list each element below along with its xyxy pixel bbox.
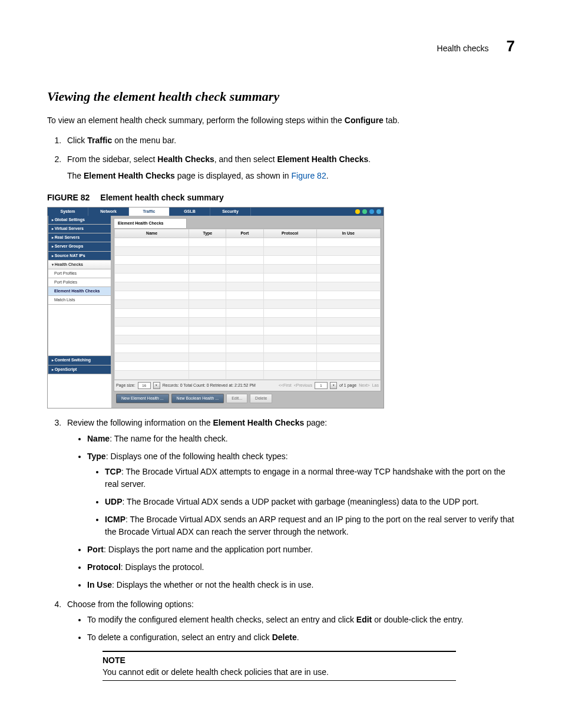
field-type-tcp: TCP: The Brocade Virtual ADX attempts to… xyxy=(105,466,515,490)
tab-network[interactable]: Network xyxy=(88,207,129,216)
option-delete: To delete a configuration, select an ent… xyxy=(87,631,515,643)
intro-paragraph: To view an element health check summary,… xyxy=(47,114,515,126)
new-boolean-health-button[interactable]: New Boolean Health ... xyxy=(171,394,224,403)
pager-page-dropdown[interactable]: ▾ xyxy=(330,382,337,389)
grid-body[interactable] xyxy=(115,238,381,380)
new-element-health-button[interactable]: New Element Health ... xyxy=(116,394,169,403)
table-row xyxy=(115,300,381,309)
table-row xyxy=(115,309,381,318)
pager-bar: Page size: 16 ▾ Records: 0 Total Count: … xyxy=(114,380,381,391)
step-4: Choose from the following options: To mo… xyxy=(64,598,515,681)
step-2: From the sidebar, select Health Checks, … xyxy=(64,153,515,182)
pager-first[interactable]: <<First xyxy=(279,383,292,388)
app-screenshot: System Network Traffic GSLB Security Glo… xyxy=(47,207,384,409)
pager-next[interactable]: Next> xyxy=(359,383,369,388)
figure-text: Element health check summary xyxy=(100,193,223,202)
field-in-use: In Use: Displays the whether or not the … xyxy=(87,579,515,591)
table-row xyxy=(115,265,381,274)
action-bar: New Element Health ... New Boolean Healt… xyxy=(114,391,381,406)
tab-security[interactable]: Security xyxy=(210,207,251,216)
sidebar-item-content-switching[interactable]: Content Switching xyxy=(48,356,111,365)
col-protocol[interactable]: Protocol xyxy=(263,229,316,238)
step-3: Review the following information on the … xyxy=(64,417,515,591)
field-port: Port: Displays the port name and the app… xyxy=(87,543,515,555)
sidebar-sub-match-lists[interactable]: Match Lists xyxy=(48,296,111,305)
intro-pre: To view an element health check summary,… xyxy=(47,116,345,125)
table-row xyxy=(115,291,381,300)
table-row xyxy=(115,318,381,327)
page-size-value[interactable]: 16 xyxy=(138,382,151,389)
field-type: Type: Displays one of the following heal… xyxy=(87,450,515,538)
content-area: Element Health Checks Name Type Port Pro… xyxy=(111,216,384,408)
sidebar-item-real-servers[interactable]: Real Servers xyxy=(48,233,111,242)
table-row xyxy=(115,327,381,335)
col-name[interactable]: Name xyxy=(115,229,189,238)
table-row xyxy=(115,282,381,291)
records-info: Records: 0 Total Count: 0 Retrieved at: … xyxy=(163,383,256,388)
field-type-udp: UDP: The Brocade Virtual ADX sends a UDP… xyxy=(105,496,515,508)
edit-button[interactable]: Edit... xyxy=(226,394,247,403)
step-1: Click Traffic on the menu bar. xyxy=(64,134,515,146)
sidebar: Global Settings Virtual Servers Real Ser… xyxy=(48,216,111,408)
table-row xyxy=(115,238,381,247)
intro-bold: Configure xyxy=(345,116,384,125)
steps-list-continued: Review the following information on the … xyxy=(64,417,515,681)
chapter-number: 7 xyxy=(507,35,515,58)
field-protocol: Protocol: Displays the protocol. xyxy=(87,561,515,573)
table-row xyxy=(115,362,381,371)
page-header: Health checks 7 xyxy=(47,35,515,58)
data-grid: Name Type Port Protocol In Use xyxy=(114,228,381,391)
alert-icon[interactable] xyxy=(355,209,360,214)
content-tab[interactable]: Element Health Checks xyxy=(114,218,187,228)
table-row xyxy=(115,353,381,362)
intro-post: tab. xyxy=(384,116,399,125)
sidebar-sub-port-policies[interactable]: Port Policies xyxy=(48,278,111,287)
field-name: Name: The name for the health check. xyxy=(87,433,515,444)
tab-traffic[interactable]: Traffic xyxy=(129,207,170,216)
col-type[interactable]: Type xyxy=(189,229,226,238)
top-menu-bar: System Network Traffic GSLB Security xyxy=(48,207,384,216)
table-row xyxy=(115,274,381,282)
sidebar-item-server-groups[interactable]: Server Groups xyxy=(48,242,111,251)
tab-gslb[interactable]: GSLB xyxy=(170,207,210,216)
page-size-dropdown[interactable]: ▾ xyxy=(153,382,160,389)
pager-page-num[interactable]: 1 xyxy=(315,382,328,389)
field-type-icmp: ICMP: The Brocade Virtual ADX sends an A… xyxy=(105,513,515,538)
col-port[interactable]: Port xyxy=(226,229,263,238)
sidebar-sub-port-profiles[interactable]: Port Profiles xyxy=(48,269,111,278)
table-row xyxy=(115,256,381,265)
refresh-icon[interactable] xyxy=(362,209,367,214)
page-size-label: Page size: xyxy=(116,383,135,388)
figure-link[interactable]: Figure 82 xyxy=(292,171,326,180)
sidebar-item-source-nat-ips[interactable]: Source NAT IPs xyxy=(48,252,111,261)
table-row xyxy=(115,335,381,344)
pager-last[interactable]: Las xyxy=(372,383,379,388)
figure-label: FIGURE 82 xyxy=(47,193,90,202)
steps-list: Click Traffic on the menu bar. From the … xyxy=(64,134,515,182)
sidebar-sub-element-health-checks[interactable]: Element Health Checks xyxy=(48,287,111,296)
figure-caption: FIGURE 82Element health check summary xyxy=(47,192,515,203)
pager-prev[interactable]: <Previous xyxy=(294,383,312,388)
note-title: NOTE xyxy=(103,654,515,666)
header-title: Health checks xyxy=(437,42,489,54)
col-in-use[interactable]: In Use xyxy=(316,229,380,238)
note-text: You cannot edit or delete health check p… xyxy=(103,666,515,678)
sidebar-item-virtual-servers[interactable]: Virtual Servers xyxy=(48,225,111,233)
table-row xyxy=(115,344,381,353)
sidebar-item-global-settings[interactable]: Global Settings xyxy=(48,216,111,225)
sidebar-item-health-checks[interactable]: Health Checks xyxy=(48,261,111,269)
delete-button[interactable]: Delete xyxy=(250,394,272,403)
help-icon[interactable] xyxy=(376,209,381,214)
section-title: Viewing the element health check summary xyxy=(47,87,515,106)
option-edit: To modify the configured element health … xyxy=(87,614,515,625)
table-row xyxy=(115,371,381,380)
sidebar-item-openscript[interactable]: OpenScript xyxy=(48,365,111,374)
tab-system[interactable]: System xyxy=(48,207,88,216)
pager-of: of 1 page xyxy=(339,383,356,388)
note-box: NOTE You cannot edit or delete health ch… xyxy=(103,651,515,681)
save-icon[interactable] xyxy=(369,209,374,214)
table-row xyxy=(115,247,381,256)
